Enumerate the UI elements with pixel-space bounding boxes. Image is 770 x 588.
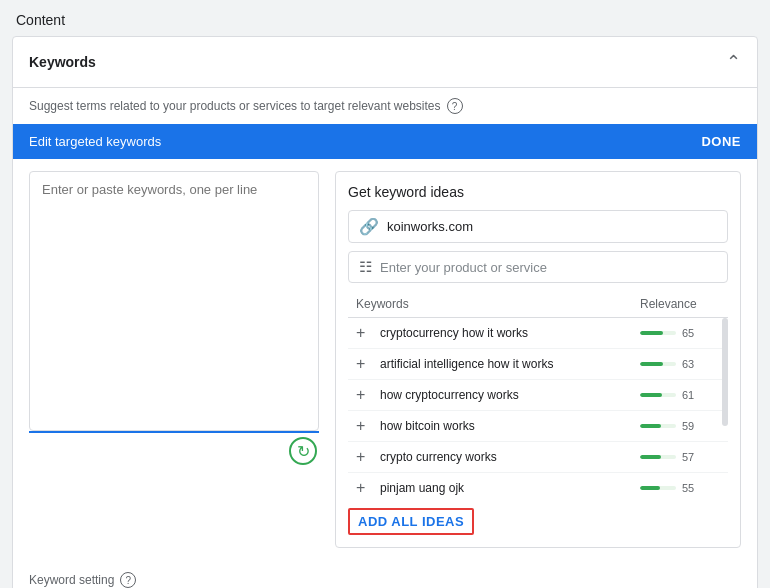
add-keyword-btn-3[interactable]: +: [356, 417, 372, 435]
relevance-bar-wrap-3: [640, 424, 676, 428]
card-title: Keywords: [29, 54, 96, 70]
keywords-list-wrap: + cryptocurrency how it works 65 + artif…: [348, 318, 728, 498]
add-keyword-btn-0[interactable]: +: [356, 324, 372, 342]
refresh-icon[interactable]: ↻: [289, 437, 317, 465]
add-keyword-btn-1[interactable]: +: [356, 355, 372, 373]
keyword-text-4: crypto currency works: [380, 450, 640, 464]
textarea-footer: ↻: [29, 437, 319, 465]
add-all-ideas-button[interactable]: ADD ALL IDEAS: [348, 508, 474, 535]
relevance-num-2: 61: [682, 389, 694, 401]
relevance-bar-wrap-5: [640, 486, 676, 490]
keyword-setting-help-icon[interactable]: ?: [120, 572, 136, 588]
textarea-underline: [29, 431, 319, 433]
right-panel: Get keyword ideas 🔗 koinworks.com ☷ Ente…: [335, 171, 741, 548]
keyword-ideas-title: Get keyword ideas: [348, 184, 728, 200]
url-value: koinworks.com: [387, 219, 473, 234]
keywords-list: + cryptocurrency how it works 65 + artif…: [348, 318, 728, 498]
suggestion-text: Suggest terms related to your products o…: [29, 99, 441, 113]
relevance-num-5: 55: [682, 482, 694, 494]
page-title: Content: [0, 0, 770, 36]
keywords-textarea[interactable]: [29, 171, 319, 431]
table-row: + crypto currency works 57: [348, 442, 728, 473]
table-row: + pinjam uang ojk 55: [348, 473, 728, 498]
link-icon: 🔗: [359, 217, 379, 236]
keywords-card: Keywords ⌃ Suggest terms related to your…: [12, 36, 758, 588]
table-row: + how cryptocurrency works 61: [348, 380, 728, 411]
relevance-bar-5: [640, 486, 660, 490]
url-input-row[interactable]: 🔗 koinworks.com: [348, 210, 728, 243]
keyword-text-2: how cryptocurrency works: [380, 388, 640, 402]
relevance-num-3: 59: [682, 420, 694, 432]
relevance-bar-wrap-4: [640, 455, 676, 459]
keyword-setting-label: Keyword setting ?: [13, 560, 757, 588]
relevance-bar-4: [640, 455, 661, 459]
relevance-num-4: 57: [682, 451, 694, 463]
edit-bar: Edit targeted keywords DONE: [13, 124, 757, 159]
table-row: + cryptocurrency how it works 65: [348, 318, 728, 349]
keyword-text-0: cryptocurrency how it works: [380, 326, 640, 340]
keyword-text-3: how bitcoin works: [380, 419, 640, 433]
left-panel: ↻: [29, 171, 319, 548]
relevance-bar-wrap-1: [640, 362, 676, 366]
relevance-bar-1: [640, 362, 663, 366]
suggestion-row: Suggest terms related to your products o…: [13, 88, 757, 124]
col-relevance: Relevance: [640, 297, 720, 311]
keyword-text-1: artificial intelligence how it works: [380, 357, 640, 371]
edit-bar-label: Edit targeted keywords: [29, 134, 161, 149]
done-button[interactable]: DONE: [701, 134, 741, 149]
add-keyword-btn-4[interactable]: +: [356, 448, 372, 466]
table-row: + how bitcoin works 59: [348, 411, 728, 442]
relevance-num-1: 63: [682, 358, 694, 370]
relevance-bar-wrap-0: [640, 331, 676, 335]
scrollbar[interactable]: [722, 318, 728, 426]
relevance-bar-0: [640, 331, 663, 335]
product-placeholder: Enter your product or service: [380, 260, 547, 275]
relevance-cell-4: 57: [640, 451, 720, 463]
table-header: Keywords Relevance: [348, 293, 728, 318]
card-header: Keywords ⌃: [13, 37, 757, 88]
keyword-setting-text: Keyword setting: [29, 573, 114, 587]
table-row: + artificial intelligence how it works 6…: [348, 349, 728, 380]
relevance-cell-2: 61: [640, 389, 720, 401]
grid-icon: ☷: [359, 258, 372, 276]
relevance-bar-2: [640, 393, 662, 397]
relevance-bar-wrap-2: [640, 393, 676, 397]
relevance-cell-1: 63: [640, 358, 720, 370]
keyword-text-5: pinjam uang ojk: [380, 481, 640, 495]
relevance-num-0: 65: [682, 327, 694, 339]
product-input-row[interactable]: ☷ Enter your product or service: [348, 251, 728, 283]
relevance-cell-5: 55: [640, 482, 720, 494]
help-icon[interactable]: ?: [447, 98, 463, 114]
relevance-bar-3: [640, 424, 661, 428]
relevance-cell-3: 59: [640, 420, 720, 432]
relevance-cell-0: 65: [640, 327, 720, 339]
add-keyword-btn-2[interactable]: +: [356, 386, 372, 404]
col-keywords: Keywords: [356, 297, 640, 311]
keywords-table: Keywords Relevance + cryptocurrency how …: [348, 293, 728, 498]
add-keyword-btn-5[interactable]: +: [356, 479, 372, 497]
collapse-icon[interactable]: ⌃: [726, 51, 741, 73]
keyword-content: ↻ Get keyword ideas 🔗 koinworks.com ☷ En…: [13, 159, 757, 560]
